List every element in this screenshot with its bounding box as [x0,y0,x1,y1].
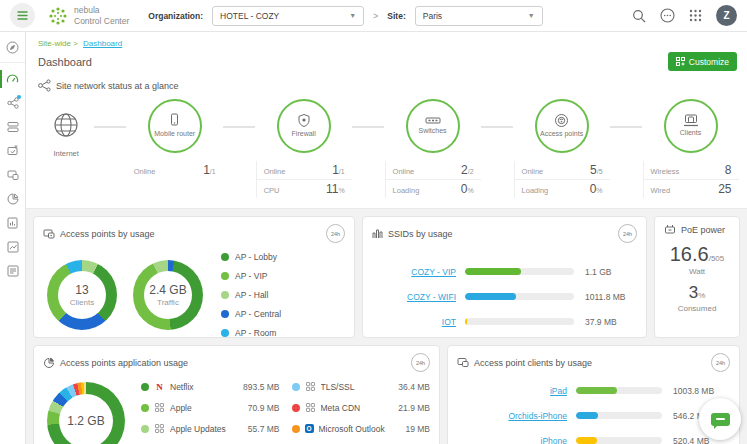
legend-label: AP - Hall [235,290,268,300]
period-badge[interactable]: 24h [711,353,730,372]
legend-dot [221,329,229,337]
breadcrumb-site-wide[interactable]: Site-wide > [38,39,78,48]
legend-item: AP - Hall [221,290,281,300]
status-stat-row: Loading0% [515,179,610,198]
usage-bar-row: COZY - WIFI 1011.8 MB [372,284,637,309]
organization-value: HOTEL - COZY [220,11,279,21]
customize-label: Customize [689,57,729,67]
app-color-dot [292,425,300,433]
legend-dot [221,291,229,299]
usage-bar-label[interactable]: iPad [457,386,576,396]
status-stat-row: Online1/1 [127,161,223,179]
line-chart-icon [7,241,19,253]
customize-button[interactable]: Customize [668,52,737,71]
usage-bar-track [576,437,662,444]
sidebar-item-site-overview[interactable] [0,32,25,63]
sidebar-item-reports[interactable] [0,211,25,235]
generic-app-icon [154,403,165,413]
live-chat-button[interactable] [699,398,741,440]
sidebar-item-analytics[interactable] [0,235,25,259]
status-stat-row: Online5/5 [515,161,610,179]
app-name: Netflix [170,382,238,392]
status-node-circle[interactable]: Mobile router [148,99,202,153]
app-name: Microsoft Outlook [319,424,401,434]
sidebar-item-logs[interactable] [0,259,25,283]
internet-globe-icon [53,112,79,138]
clients-icon [7,169,19,181]
status-node: Firewall Online1/1 CPU11% [255,99,352,198]
compass-icon [6,41,19,54]
feedback-icon[interactable] [660,8,675,23]
status-stat-row: Online2/2 [386,161,481,179]
sidebar-item-dashboard[interactable] [0,67,25,91]
connector-line [94,126,126,128]
widget-ssid-usage: SSIDs by usage 24h COZY - VIP 1.1 GB COZ… [362,216,647,338]
hamburger-menu-button[interactable] [10,3,35,28]
app-usage-row: Apple Updates 55.7 MB [141,418,280,439]
sidebar-item-devices[interactable] [0,115,25,139]
app-usage-row: YouTube 50.2 MB [141,439,280,444]
site-select[interactable]: Paris ▼ [415,6,543,26]
usage-bar-track [465,293,574,300]
period-badge[interactable]: 24h [618,224,637,243]
connector-line [481,126,513,128]
donut-value: 13 [75,283,88,297]
status-node-label: Mobile router [154,130,195,138]
legend-item: AP - Lobby [221,252,281,262]
usage-bar-label[interactable]: COZY - VIP [372,267,465,277]
connector-line [223,126,255,128]
organization-select[interactable]: HOTEL - COZY ▼ [212,6,364,26]
period-badge[interactable]: 24h [411,353,430,372]
topology-icon [7,97,19,109]
app-color-dot [141,383,149,391]
page-title: Dashboard [38,56,92,68]
notification-dot [17,95,21,99]
search-icon[interactable] [632,9,646,23]
usage-bar-label[interactable]: IOT [372,317,465,327]
generic-app-icon [305,382,316,392]
user-avatar[interactable]: Z [716,5,737,26]
legend-item: AP - VIP [221,271,281,281]
router-icon [168,113,181,128]
main-content: Site-wide > Dashboard Dashboard Customiz… [25,32,747,444]
sidebar-item-applications[interactable] [0,187,25,211]
widget-title: SSIDs by usage [388,229,453,239]
app-usage-row: Meta CDN 21.9 MB [292,397,431,418]
usage-bar-label[interactable]: COZY - WIFI [372,292,465,302]
outlook-icon: O [305,424,314,433]
widget-app-usage: Access points application usage 24h 1.2 … [33,345,440,444]
devices-icon [7,121,19,133]
netflix-icon: N [154,382,165,392]
sidebar-item-configuration[interactable] [0,139,25,163]
configure-icon [7,145,19,157]
app-value: 55.7 MB [248,424,280,434]
status-node-stats: Online2/2 Loading0% [385,161,481,198]
period-badge[interactable]: 24h [326,224,345,243]
usage-bar-label[interactable]: Orchids-iPhone [457,411,576,421]
status-node-circle[interactable]: Access points [535,99,589,153]
status-stat-row: Online1/1 [257,161,352,179]
usage-bar-label[interactable]: iPhone [457,436,576,444]
status-node-circle[interactable]: Switches [406,99,460,153]
customize-grid-icon [676,57,685,66]
status-row: Internet Mobile router Online1/1 Firewal… [38,99,739,198]
sidebar-item-topology[interactable] [0,91,25,115]
site-label: Site: [387,11,405,21]
status-section-title: Site network status at a glance [38,79,739,92]
access-point-icon [43,228,55,239]
status-node-circle[interactable]: Clients [664,99,718,153]
apps-grid-icon[interactable] [689,9,702,22]
legend-dot [221,310,229,318]
status-node-stats: Online5/5 Loading0% [514,161,610,198]
breadcrumb-dashboard-link[interactable]: Dashboard [83,39,122,48]
pie-chart-icon [43,357,55,369]
chevron-down-icon: ▼ [520,12,535,19]
status-node-circle[interactable]: Firewall [277,99,331,153]
sidebar-item-clients[interactable] [0,163,25,187]
poe-percent-label: Consumed [664,304,730,313]
dashboard-gauge-icon [6,73,19,86]
usage-bar-row: Orchids-iPhone 546.2 MB [457,403,730,428]
usage-bar-track [576,387,662,394]
legend-label: AP - Central [235,309,281,319]
nebula-logo[interactable]: nebula Control Center [48,5,129,25]
